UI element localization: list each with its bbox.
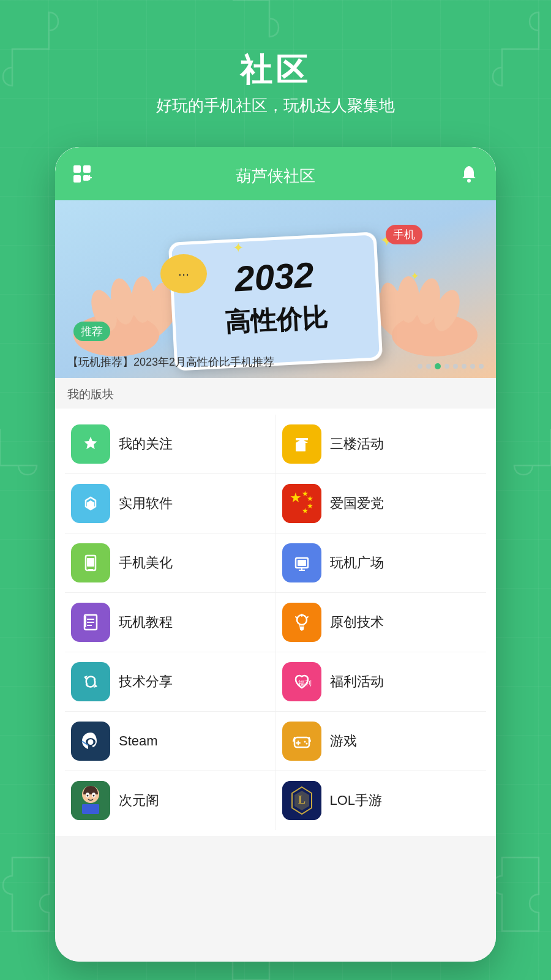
phone-badge: 手机 xyxy=(386,225,422,244)
svg-text:✦: ✦ xyxy=(410,270,419,282)
page-title: 社区 xyxy=(0,49,551,92)
menu-item-anime[interactable]: 次元阁 xyxy=(65,771,276,830)
svg-line-52 xyxy=(296,617,297,618)
section-label: 我的版块 xyxy=(55,378,496,409)
svg-point-18 xyxy=(397,276,419,323)
welfare-name: 福利活动 xyxy=(330,673,384,691)
menu-row-5: 技术分享 福利 福利活动 xyxy=(65,652,486,712)
games-icon xyxy=(282,722,321,761)
svg-text:高性价比: 高性价比 xyxy=(224,303,328,337)
dot-2 xyxy=(426,364,431,369)
banner-dots xyxy=(418,363,484,369)
phone-inner: 葫芦侠社区 xyxy=(55,147,496,962)
menu-row-7: 次元阁 L LOL手游 xyxy=(65,771,486,830)
phone-frame: 葫芦侠社区 xyxy=(55,147,496,962)
svg-rect-39 xyxy=(88,569,93,570)
svg-point-60 xyxy=(304,741,305,743)
steam-icon xyxy=(71,722,110,761)
svg-rect-41 xyxy=(298,560,306,566)
tutorial-icon xyxy=(71,603,110,642)
patriot-name: 爱国爱党 xyxy=(330,494,384,513)
dot-6 xyxy=(462,364,467,369)
svg-point-61 xyxy=(305,743,307,745)
play-phone-name: 玩机广场 xyxy=(330,554,384,572)
menu-row-1: 我的关注 三楼活动 xyxy=(65,415,486,474)
svg-point-67 xyxy=(93,795,95,797)
svg-point-6 xyxy=(467,179,471,183)
svg-rect-38 xyxy=(87,558,94,567)
dot-7 xyxy=(470,364,475,369)
steam-name: Steam xyxy=(119,733,158,749)
menu-row-2: 实用软件 ★ ★ ★ ★ ★ 爱国爱党 xyxy=(65,474,486,533)
menu-item-lol[interactable]: L LOL手游 xyxy=(276,771,487,830)
lol-icon: L xyxy=(282,781,321,820)
menu-row-3: 手机美化 玩机广场 xyxy=(65,533,486,593)
beauty-icon xyxy=(71,543,110,582)
dot-4 xyxy=(444,364,449,369)
svg-point-56 xyxy=(88,739,94,745)
menu-item-software[interactable]: 实用软件 xyxy=(65,474,276,533)
software-icon xyxy=(71,484,110,523)
menu-item-third-floor[interactable]: 三楼活动 xyxy=(276,415,487,473)
games-name: 游戏 xyxy=(330,732,357,750)
menu-row-6: Steam 游戏 xyxy=(65,712,486,771)
recommend-badge: 推荐 xyxy=(73,322,110,341)
svg-rect-21 xyxy=(171,235,380,368)
header-title: 葫芦侠社区 xyxy=(236,165,315,187)
app-header: 葫芦侠社区 xyxy=(55,147,496,200)
beauty-name: 手机美化 xyxy=(119,554,173,572)
dot-1 xyxy=(418,364,422,369)
svg-rect-0 xyxy=(73,165,81,173)
svg-point-66 xyxy=(87,795,89,797)
svg-line-53 xyxy=(307,617,308,618)
svg-text:✦: ✦ xyxy=(233,240,244,255)
menu-item-games[interactable]: 游戏 xyxy=(276,712,487,771)
lol-name: LOL手游 xyxy=(330,791,383,810)
banner-caption: 【玩机推荐】2023年2月高性价比手机推荐 xyxy=(67,355,274,369)
svg-rect-1 xyxy=(83,165,91,173)
svg-text:★: ★ xyxy=(290,490,302,505)
tech-share-name: 技术分享 xyxy=(119,673,173,691)
menu-grid: 我的关注 三楼活动 xyxy=(55,409,496,836)
patriot-icon: ★ ★ ★ ★ ★ xyxy=(282,484,321,523)
svg-rect-68 xyxy=(82,804,99,814)
grid-icon[interactable] xyxy=(72,164,97,188)
svg-point-12 xyxy=(132,276,154,323)
anime-icon xyxy=(71,781,110,820)
svg-text:···: ··· xyxy=(178,266,189,282)
play-phone-icon xyxy=(282,543,321,582)
tech-share-icon xyxy=(71,662,110,701)
svg-text:福利: 福利 xyxy=(298,679,312,687)
banner-container[interactable]: 2032 高性价比 ··· ✦ ✦ ✦ 推荐 手机 【玩机推荐】2023年2月高… xyxy=(55,200,496,378)
menu-item-steam[interactable]: Steam xyxy=(65,712,276,771)
menu-item-welfare[interactable]: 福利 福利活动 xyxy=(276,652,487,711)
software-name: 实用软件 xyxy=(119,494,173,513)
menu-item-tutorial[interactable]: 玩机教程 xyxy=(65,593,276,652)
original-tech-name: 原创技术 xyxy=(330,613,384,631)
anime-name: 次元阁 xyxy=(119,791,159,810)
svg-text:★: ★ xyxy=(302,507,309,515)
svg-text:L: L xyxy=(298,794,305,806)
menu-item-original-tech[interactable]: 原创技术 xyxy=(276,593,487,652)
svg-rect-30 xyxy=(296,443,305,451)
menu-item-my-follow[interactable]: 我的关注 xyxy=(65,415,276,473)
svg-rect-2 xyxy=(73,175,81,183)
menu-item-play-phone[interactable]: 玩机广场 xyxy=(276,533,487,592)
menu-item-patriot[interactable]: ★ ★ ★ ★ ★ 爱国爱党 xyxy=(276,474,487,533)
welfare-icon: 福利 xyxy=(282,662,321,701)
banner-svg: 2032 高性价比 ··· ✦ ✦ ✦ xyxy=(55,200,496,378)
dot-3 xyxy=(435,363,441,369)
my-follow-name: 我的关注 xyxy=(119,435,173,453)
third-floor-icon xyxy=(282,424,321,464)
original-tech-icon xyxy=(282,603,321,642)
tutorial-name: 玩机教程 xyxy=(119,613,173,631)
dot-8 xyxy=(479,364,484,369)
menu-row-4: 玩机教程 原创技术 xyxy=(65,593,486,652)
menu-item-beauty[interactable]: 手机美化 xyxy=(65,533,276,592)
banner-illustration: 2032 高性价比 ··· ✦ ✦ ✦ 推荐 手机 【玩机推荐】2023年2月高… xyxy=(55,200,496,378)
menu-item-tech-share[interactable]: 技术分享 xyxy=(65,652,276,711)
svg-text:2032: 2032 xyxy=(233,255,315,299)
svg-rect-48 xyxy=(84,616,86,627)
bell-icon[interactable] xyxy=(454,164,479,188)
page-subtitle: 好玩的手机社区，玩机达人聚集地 xyxy=(0,95,551,116)
